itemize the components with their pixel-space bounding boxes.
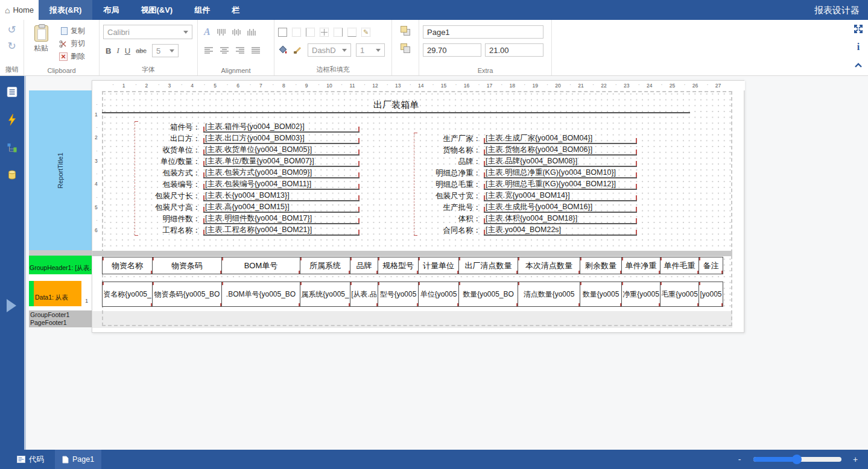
align-justify-icon[interactable] [251, 46, 261, 54]
field-value-expression[interactable]: [主表.生成厂家{yo004_BOM04}] [484, 133, 637, 144]
border-right-icon[interactable] [334, 28, 343, 37]
font-size-select[interactable]: 5 [152, 44, 179, 57]
page-name-input[interactable] [423, 25, 543, 39]
font-color-icon[interactable]: A [204, 27, 211, 37]
field-value-expression[interactable]: [主表.明细总净重(KG){yo004_BOM10}] [484, 168, 637, 178]
table-data-cell-8[interactable]: 数量{yo005_BO [458, 282, 518, 307]
band-footers[interactable]: GroupFooter1 PageFooter1 [29, 310, 92, 327]
align-center-icon[interactable] [220, 46, 229, 54]
field-value-expression[interactable]: [主表.高{yo004_BOM15}] [203, 202, 360, 213]
field-label[interactable]: 品牌： [414, 157, 481, 167]
zoom-slider-thumb[interactable] [792, 455, 802, 464]
field-label[interactable]: 包装尺寸长： [135, 191, 200, 201]
cut-button[interactable]: 剪切 [59, 39, 85, 49]
table-data-cell-2[interactable]: 物资条码{yo005_BO [152, 282, 222, 307]
strikethrough-button[interactable]: abc [136, 47, 147, 54]
field-value-expression[interactable]: [主表.yo004_BOM22s] [484, 225, 637, 236]
field-label[interactable]: 包装方式： [135, 168, 200, 178]
zoom-slider[interactable] [753, 457, 841, 462]
field-label[interactable]: 明细总毛重： [414, 180, 481, 190]
field-value-expression[interactable]: [主表.明细总毛重(KG){yo004_BOM12}] [484, 179, 637, 190]
send-to-back-icon[interactable] [401, 43, 411, 54]
table-data-cell-6[interactable]: 型号{yo005 [378, 282, 419, 307]
properties-icon[interactable] [7, 87, 17, 97]
menu-item-5[interactable]: 栏 [221, 0, 250, 20]
table-header-cell-6[interactable]: 规格型号 [378, 257, 419, 274]
field-label[interactable]: 工程名称： [135, 225, 200, 236]
band-group-header[interactable]: GroupHeader1: [从表. [29, 256, 92, 274]
field-label[interactable]: 货物名称： [414, 145, 481, 156]
band-report-title[interactable]: ReportTitle1 [29, 90, 92, 250]
table-header-cell-5[interactable]: 品牌 [350, 257, 378, 274]
field-value-expression[interactable]: [主表.包装方式{yo004_BOM09}] [203, 168, 360, 178]
table-data-cell-7[interactable]: 单位{yo005 [418, 282, 459, 307]
events-lightning-icon[interactable] [8, 114, 17, 125]
field-value-expression[interactable]: [主表.出口方{yo004_BOM03}] [203, 133, 360, 144]
align-left-icon[interactable] [204, 46, 214, 54]
table-header-cell-8[interactable]: 出厂清点数量 [458, 257, 518, 274]
fill-bucket-icon[interactable] [278, 46, 288, 55]
table-header-cell-12[interactable]: 单件毛重 [660, 257, 699, 274]
table-header-cell-3[interactable]: BOM单号 [221, 257, 300, 274]
field-value-expression[interactable]: [主表.体积{yo004_BOM18}] [484, 213, 637, 224]
table-header-cell-1[interactable]: 物资名称 [102, 257, 153, 274]
border-left-icon[interactable] [306, 28, 315, 37]
field-value-expression[interactable]: [主表.宽{yo004_BOM14}] [484, 190, 637, 201]
field-label[interactable]: 生产批号： [414, 203, 481, 213]
collapse-ribbon-icon[interactable] [855, 63, 862, 68]
page-width-input[interactable] [423, 43, 481, 57]
zoom-in-button[interactable]: + [851, 455, 860, 464]
table-data-cell-1[interactable]: 资名称{yo005_ [102, 282, 153, 307]
field-value-expression[interactable]: [主表.箱件号{yo004_BOM02}] [203, 122, 360, 133]
bold-button[interactable]: B [106, 46, 111, 55]
table-data-cell-3[interactable]: .BOM单号{yo005_BO [221, 282, 300, 307]
menu-item-1[interactable]: 报表(&R) [39, 0, 92, 20]
report-title-text[interactable]: 出厂装箱单 [102, 98, 690, 113]
valign-middle-icon[interactable] [232, 28, 241, 36]
table-header-cell-4[interactable]: 所属系统 [300, 257, 350, 274]
field-value-expression[interactable]: [主表.单位/数量{yo004_BOM07}] [203, 156, 360, 167]
info-icon[interactable]: i [857, 42, 860, 52]
menu-item-2[interactable]: 布局 [92, 0, 130, 20]
field-label[interactable]: 收货单位： [135, 145, 200, 156]
field-label[interactable]: 包装尺寸高： [135, 203, 200, 213]
redo-button[interactable]: ↻ [7, 41, 16, 51]
field-value-expression[interactable]: [主表.收货单位{yo004_BOM05}] [203, 145, 360, 156]
brush-icon[interactable] [293, 46, 303, 54]
table-data-cell-4[interactable]: 属系统{yo005_ [300, 282, 350, 307]
table-header-cell-10[interactable]: 剩余数量 [580, 257, 622, 274]
field-label[interactable]: 出口方： [135, 134, 200, 144]
report-page[interactable]: ·1·2·3·4·5·6·7·8·9·10·11·12·13·14·15·16·… [92, 80, 744, 333]
field-label[interactable]: 体积： [414, 214, 481, 224]
italic-button[interactable]: I [116, 46, 119, 55]
dash-style-select[interactable]: DashD [308, 43, 351, 57]
align-right-icon[interactable] [235, 46, 245, 54]
table-data-cell-9[interactable]: 清点数量{yo005 [518, 282, 580, 307]
table-header-cell-9[interactable]: 本次清点数量 [518, 257, 580, 274]
band-separator[interactable] [29, 250, 92, 256]
field-value-expression[interactable]: [主表.货物名称{yo004_BOM06}] [484, 145, 637, 156]
data-source-icon[interactable] [7, 169, 17, 180]
field-label[interactable]: 箱件号： [135, 122, 200, 133]
menu-item-3[interactable]: 视图(&V) [130, 0, 183, 20]
field-value-expression[interactable]: [主表.明细件数{yo004_BOM17}] [203, 213, 360, 224]
band-page-footer-label[interactable]: PageFooter1 [30, 319, 92, 327]
band-data[interactable]: Data1: 从表 [29, 281, 81, 306]
field-value-expression[interactable]: [主表.包装编号{yo004_BOM11}] [203, 179, 360, 190]
table-data-cell-5[interactable]: [从表.品 [350, 282, 378, 307]
field-value-expression[interactable]: [主表.长{yo004_BOM13}] [203, 190, 360, 201]
tab-code[interactable]: 代码 [17, 455, 44, 465]
delete-button[interactable]: × 删除 [59, 51, 85, 61]
field-value-expression[interactable]: [主表.工程名称{yo004_BOM21}] [203, 225, 360, 236]
undo-button[interactable]: ↺ [7, 25, 16, 35]
tab-home[interactable]: ⌂ Home [0, 0, 39, 20]
border-inner-icon[interactable] [320, 28, 329, 37]
table-data-cell-11[interactable]: 净重{yo005 [621, 282, 661, 307]
valign-bottom-icon[interactable] [247, 28, 256, 36]
field-label[interactable]: 单位/数量： [135, 157, 200, 167]
field-label[interactable]: 明细总净重： [414, 168, 481, 178]
table-header-cell-2[interactable]: 物资条码 [152, 257, 222, 274]
table-header-cell-13[interactable]: 备注 [699, 257, 723, 274]
border-bottom-icon[interactable] [347, 28, 356, 37]
border-all-icon[interactable] [278, 28, 287, 37]
